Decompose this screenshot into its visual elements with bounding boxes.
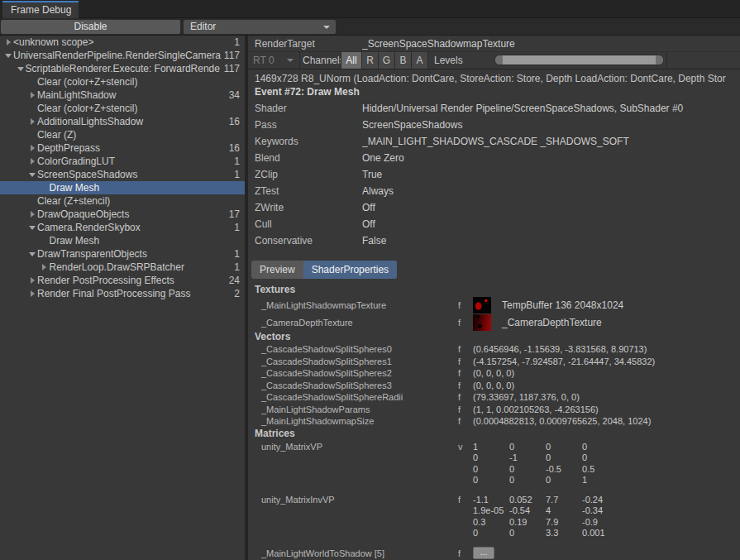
tree-item-label: DrawOpaqueObjects — [37, 208, 229, 220]
texture-row: _MainLightShadowmapTexturefTempBuffer 13… — [248, 296, 740, 314]
vectors-section-header: Vectors — [248, 331, 740, 343]
triangle-glyph — [29, 252, 36, 256]
target-dropdown[interactable]: Editor — [184, 20, 336, 34]
matrix-name: _MainLightWorldToShadow [5] — [248, 548, 458, 558]
stage-flag: f — [458, 344, 473, 354]
chevron-expanded-icon[interactable] — [27, 221, 37, 234]
tree-item[interactable]: UniversalRenderPipeline.RenderSingleCame… — [0, 49, 245, 62]
rt-index-dropdown[interactable]: RT 0 — [248, 52, 300, 69]
tab-shaderproperties[interactable]: ShaderProperties — [303, 261, 397, 279]
tree-item[interactable]: Draw Mesh — [0, 234, 245, 247]
tree-item-label: ScriptableRenderer.Execute: ForwardRende — [26, 63, 224, 74]
detail-tabs: PreviewShaderProperties — [251, 261, 740, 279]
arrow-spacer — [27, 128, 37, 141]
chevron-collapsed-icon[interactable] — [27, 141, 37, 155]
tree-item[interactable]: DrawOpaqueObjects17 — [0, 208, 245, 221]
property-label: Keywords — [248, 136, 362, 147]
chevron-collapsed-icon[interactable] — [40, 261, 50, 274]
rt-index-dropdown-label: RT 0 — [253, 55, 275, 66]
texture-row: _CameraDepthTexturef_CameraDepthTexture — [248, 314, 740, 331]
tree-item-label: Camera.RenderSkybox — [37, 222, 234, 233]
matrix-name: unity_MatrixVP — [248, 442, 458, 453]
property-row: ZWriteOff — [248, 199, 740, 216]
chevron-expanded-icon[interactable] — [27, 247, 37, 261]
tab-preview[interactable]: Preview — [251, 261, 303, 279]
levels-min-handle[interactable] — [495, 55, 503, 65]
event-count: 16 — [229, 116, 245, 127]
property-label: ZWrite — [248, 202, 362, 213]
event-count: 17 — [229, 208, 245, 220]
triangle-glyph — [31, 211, 35, 218]
chevron-expanded-icon[interactable] — [16, 62, 26, 75]
tree-item-label: DepthPrepass — [37, 142, 229, 154]
levels-range-slider[interactable] — [494, 55, 664, 65]
chevron-down-icon — [287, 59, 294, 62]
disable-button[interactable]: Disable — [1, 20, 180, 34]
tree-item[interactable]: AdditionalLightsShadow16 — [0, 115, 245, 128]
vector-row: _MainLightShadowmapSizef(0.0004882813, 0… — [248, 415, 740, 428]
chevron-collapsed-icon[interactable] — [3, 36, 13, 49]
channel-button-g[interactable]: G — [379, 52, 395, 69]
tree-item[interactable]: Clear (color+Z+stencil) — [0, 75, 245, 89]
channel-button-all[interactable]: All — [341, 52, 362, 69]
tree-item-selected[interactable]: Draw Mesh — [0, 181, 245, 194]
matrix-cell: 0 — [509, 464, 546, 476]
vector-name: _MainLightShadowParams — [248, 404, 458, 414]
window-tab-bar: Frame Debug — [0, 0, 740, 18]
tree-item[interactable]: MainLightShadow34 — [0, 89, 245, 102]
chevron-collapsed-icon[interactable] — [27, 274, 37, 287]
matrix-cell: -0.24 — [582, 495, 618, 506]
event-properties: ShaderHidden/Universal Render Pipeline/S… — [248, 100, 740, 249]
chevron-collapsed-icon[interactable] — [27, 115, 37, 128]
chevron-expanded-icon[interactable] — [3, 49, 13, 62]
triangle-glyph — [31, 158, 35, 165]
tab-frame-debug[interactable]: Frame Debug — [2, 1, 79, 18]
render-target-row: RenderTarget _ScreenSpaceShadowmapTextur… — [248, 36, 740, 52]
tree-item[interactable]: ScriptableRenderer.Execute: ForwardRende… — [0, 62, 245, 75]
tab-frame-debug-label: Frame Debug — [11, 4, 71, 16]
tree-item[interactable]: Clear (Z) — [0, 128, 245, 141]
chevron-collapsed-icon[interactable] — [27, 208, 37, 221]
event-count: 1 — [234, 156, 245, 167]
matrix-cell: -1.1 — [473, 495, 509, 506]
matrix-cell: -0.5 — [546, 464, 582, 476]
tree-item[interactable]: Camera.RenderSkybox1 — [0, 221, 245, 234]
tree-item[interactable]: Render Final PostProcessing Pass2 — [0, 287, 245, 300]
render-target-toolbar: RT 0 Channels AllRGBA Levels — [248, 52, 740, 69]
event-count: 1 — [234, 169, 245, 180]
texture-thumbnail[interactable] — [473, 297, 491, 314]
triangle-glyph — [31, 118, 35, 125]
tree-item[interactable]: Clear (color+Z+stencil) — [0, 102, 245, 115]
chevron-collapsed-icon[interactable] — [27, 155, 37, 168]
matrix-cell: -1 — [509, 452, 546, 464]
tree-item[interactable]: Render PostProcessing Effects24 — [0, 274, 245, 287]
texture-thumbnail[interactable] — [473, 314, 491, 331]
chevron-collapsed-icon[interactable] — [27, 89, 37, 102]
matrix-expand-button[interactable]: ... — [473, 547, 494, 559]
tree-item[interactable]: ColorGradingLUT1 — [0, 155, 245, 168]
levels-max-handle[interactable] — [656, 55, 663, 65]
tree-item[interactable]: RenderLoop.DrawSRPBatcher1 — [0, 261, 245, 274]
triangle-glyph — [31, 277, 35, 284]
matrix-cell: 0 — [509, 442, 546, 453]
frame-debugger-window: Frame Debug Disable Editor of 118 <unkno… — [0, 0, 740, 560]
chevron-expanded-icon[interactable] — [27, 168, 37, 181]
vector-name: _CascadeShadowSplitSpheres2 — [248, 368, 458, 378]
channel-button-r[interactable]: R — [362, 52, 379, 69]
chevron-collapsed-icon[interactable] — [27, 287, 37, 300]
event-count: 16 — [229, 142, 245, 154]
tree-item[interactable]: DrawTransparentObjects1 — [0, 247, 245, 261]
channels-button-group: AllRGBA — [341, 52, 428, 69]
property-value: Hidden/Universal Render Pipeline/ScreenS… — [362, 103, 740, 114]
vector-row: _CascadeShadowSplitSpheres1f(-4.157254, … — [248, 356, 740, 368]
tree-item[interactable]: Clear (Z+stencil) — [0, 194, 245, 208]
tree-item[interactable]: <unknown scope>1 — [0, 36, 245, 49]
render-target-format-line: 1469x728 R8_UNorm (LoadAction: DontCare,… — [248, 69, 740, 85]
channel-button-b[interactable]: B — [395, 52, 412, 69]
tree-item[interactable]: ScreenSpaceShadows1 — [0, 168, 245, 181]
matrix-cell: 0 — [582, 442, 618, 453]
chevron-down-icon — [323, 26, 330, 29]
channel-button-a[interactable]: A — [412, 52, 428, 69]
tree-item[interactable]: DepthPrepass16 — [0, 141, 245, 155]
vector-value: (0, 0, 0, 0) — [473, 368, 514, 378]
